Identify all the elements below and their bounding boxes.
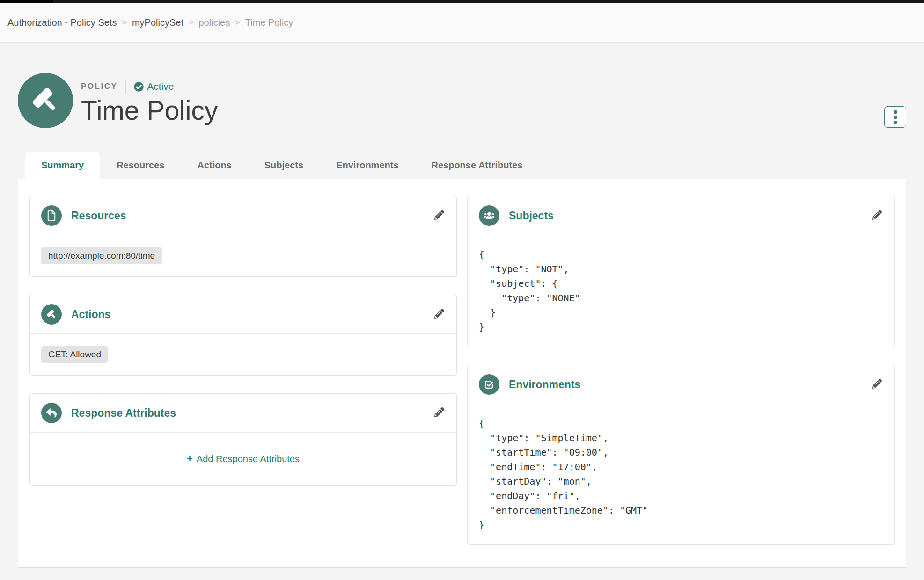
plus-icon: + (187, 453, 193, 465)
environments-code: { "type": "SimpleTime", "startTime": "09… (479, 416, 883, 532)
card-environments: Environments { "type": "SimpleTime", "st… (467, 365, 895, 545)
card-title: Response Attributes (71, 407, 176, 420)
breadcrumb-separator: > (122, 18, 127, 28)
tab-actions[interactable]: Actions (181, 152, 248, 179)
tab-resources[interactable]: Resources (100, 152, 181, 179)
top-navbar (0, 0, 924, 3)
card-resources: Resources http://example.com:80/time (29, 196, 457, 277)
subjects-avatar (479, 205, 499, 226)
summary-panel: Resources http://example.com:80/time (18, 179, 906, 568)
add-response-attributes-button[interactable]: + Add Response Attributes (187, 453, 300, 465)
reply-icon (46, 408, 57, 418)
pencil-icon (434, 309, 444, 319)
status-label: Active (147, 81, 174, 92)
breadcrumb: Authorization - Policy Sets > myPolicySe… (0, 3, 924, 43)
breadcrumb-item-mypolicyset[interactable]: myPolicySet (132, 17, 183, 28)
tab-environments[interactable]: Environments (320, 152, 415, 179)
response-attributes-avatar (41, 403, 62, 423)
policy-header: POLICY Active Time Policy (18, 73, 906, 128)
actions-avatar (41, 304, 62, 325)
policy-type-label: POLICY (81, 82, 117, 91)
kebab-icon (894, 109, 897, 125)
tab-response-attributes[interactable]: Response Attributes (415, 152, 539, 179)
breadcrumb-separator: > (235, 18, 240, 28)
card-actions: Actions GET: Allowed (29, 295, 457, 376)
card-response-attributes: Response Attributes + Add Response Attri… (29, 393, 457, 486)
breadcrumb-separator: > (189, 18, 194, 28)
breadcrumb-item-current: Time Policy (245, 17, 293, 28)
pencil-icon (434, 210, 444, 220)
resources-avatar (41, 205, 62, 226)
environments-avatar (479, 374, 499, 395)
edit-subjects-button[interactable] (871, 209, 883, 222)
check-circle-icon (134, 82, 144, 92)
breadcrumb-item-policy-sets[interactable]: Authorization - Policy Sets (7, 17, 117, 28)
policy-avatar (18, 73, 73, 128)
subjects-code: { "type": "NOT", "subject": { "type": "N… (479, 247, 883, 334)
breadcrumb-item-policies: policies (199, 17, 230, 28)
edit-actions-button[interactable] (433, 308, 445, 321)
gavel-icon (46, 309, 57, 319)
card-subjects: Subjects { "type": "NOT", "subject": { "… (467, 196, 895, 347)
edit-response-attributes-button[interactable] (433, 406, 445, 420)
tab-summary[interactable]: Summary (25, 152, 100, 179)
top-navbar-brand-area (0, 0, 53, 3)
status-badge: Active (134, 81, 174, 92)
users-icon (484, 210, 494, 221)
card-title: Environments (509, 378, 580, 391)
resource-tag: http://example.com:80/time (41, 247, 162, 264)
card-title: Subjects (509, 210, 554, 222)
edit-resources-button[interactable] (433, 209, 445, 222)
tab-subjects[interactable]: Subjects (248, 152, 320, 179)
card-title: Actions (71, 308, 110, 321)
pencil-icon (872, 379, 882, 389)
actions-menu-button[interactable] (884, 106, 906, 128)
action-tag: GET: Allowed (41, 346, 108, 363)
gavel-icon (32, 87, 59, 114)
edit-environments-button[interactable] (871, 378, 883, 391)
pencil-icon (872, 210, 882, 220)
file-icon (46, 210, 57, 221)
pencil-icon (434, 407, 444, 417)
page-title: Time Policy (81, 96, 218, 125)
policy-tabs: Summary Resources Actions Subjects Envir… (18, 152, 906, 179)
divider (125, 80, 126, 94)
card-title: Resources (71, 210, 126, 222)
add-response-attributes-label: Add Response Attributes (197, 454, 300, 464)
check-square-icon (484, 379, 494, 390)
